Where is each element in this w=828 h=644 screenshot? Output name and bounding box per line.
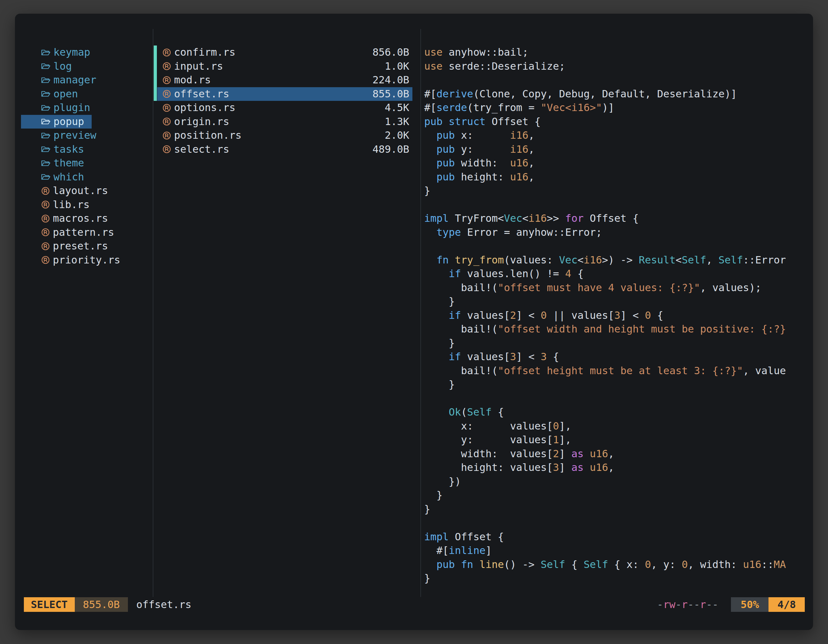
sidebar-item-label: manager (53, 73, 96, 87)
file-row-body: mod.rs224.0B (157, 73, 412, 87)
sidebar-item-manager[interactable]: manager (24, 73, 96, 87)
status-filename: offset.rs (136, 599, 191, 611)
code-token: 3 (510, 351, 516, 363)
permission-char: w (669, 599, 675, 611)
file-size: 1.3K (385, 115, 409, 129)
code-token: x: (455, 129, 510, 141)
status-bar-right: -rw-r--r-- 50% 4/8 (657, 597, 805, 612)
code-token: use (424, 60, 443, 72)
sidebar-item-tasks[interactable]: tasks (24, 143, 84, 157)
code-token: width: values[ (424, 448, 553, 460)
sidebar-item-preset-rs[interactable]: preset.rs (24, 239, 108, 253)
code-token: anyhow::bail; (443, 46, 528, 58)
code-token: , (528, 143, 535, 155)
file-row-mod-rs[interactable]: mod.rs224.0B (154, 73, 412, 87)
code-token: i16 (510, 143, 528, 155)
current-directory-pane: confirm.rs856.0Binput.rs1.0Kmod.rs224.0B… (154, 45, 412, 156)
code-line: pub width: u16, (424, 156, 805, 170)
sidebar-item-layout-rs[interactable]: layout.rs (24, 184, 108, 198)
sidebar-item-plugin[interactable]: plugin (24, 101, 90, 115)
code-token: 0 (645, 309, 651, 321)
code-line: use anyhow::bail; (424, 45, 805, 60)
file-manager-window: keymaplogmanageropenpluginpopuppreviewta… (15, 14, 813, 630)
code-token: Self (541, 558, 565, 570)
code-token: use (424, 46, 443, 58)
file-row-position-rs[interactable]: position.rs2.0K (154, 128, 412, 143)
sidebar-item-pattern-rs[interactable]: pattern.rs (24, 226, 114, 240)
file-name: mod.rs (174, 73, 211, 87)
code-token: { (651, 309, 663, 321)
code-token: >) -> (602, 254, 639, 266)
code-token: pub (437, 157, 455, 169)
code-token: pub struct (424, 116, 486, 128)
code-token: { (565, 558, 583, 570)
sidebar-item-priority-rs[interactable]: priority.rs (24, 253, 120, 267)
sidebar-item-label: priority.rs (53, 253, 120, 267)
code-line: bail!("offset must have 4 values: {:?}",… (424, 281, 805, 295)
permission-char: r (700, 599, 706, 611)
code-line: if values[2] < 0 || values[3] < 0 { (424, 309, 805, 323)
code-token: , (608, 461, 614, 473)
file-size: 2.0K (385, 128, 409, 143)
sidebar-item-label: open (53, 87, 78, 101)
sidebar-item-open[interactable]: open (24, 87, 78, 101)
sidebar-item-keymap[interactable]: keymap (24, 45, 90, 60)
code-token: x: values[ (424, 420, 553, 432)
rust-file-icon (41, 186, 50, 195)
sidebar-item-lib-rs[interactable]: lib.rs (24, 198, 90, 212)
code-token: < (522, 212, 528, 224)
file-row-offset-rs[interactable]: offset.rs855.0B (154, 87, 412, 101)
file-name: input.rs (174, 60, 223, 74)
code-token: || values[ (547, 309, 614, 321)
code-token: } (424, 378, 455, 390)
code-token: ::Error (743, 254, 786, 266)
code-token: { (492, 406, 504, 418)
code-line: } (424, 378, 805, 392)
rust-file-icon (162, 117, 171, 126)
file-preview-pane: use anyhow::bail;use serde::Deserialize;… (424, 45, 805, 586)
code-token: ] < (516, 309, 541, 321)
rust-file-icon (41, 242, 50, 251)
file-size: 856.0B (372, 45, 409, 60)
file-name: select.rs (174, 143, 229, 157)
code-token: Result (639, 254, 676, 266)
sidebar-item-label: lib.rs (53, 198, 90, 212)
code-token: u16 (590, 461, 608, 473)
code-token: 0 (645, 558, 651, 570)
sidebar-item-which[interactable]: which (24, 170, 84, 184)
code-line: x: values[0], (424, 419, 805, 433)
sidebar-item-log[interactable]: log (24, 60, 72, 74)
permission-char: - (706, 599, 712, 611)
scroll-percent-badge: 50% (731, 597, 768, 612)
file-row-options-rs[interactable]: options.rs4.5K (154, 101, 412, 115)
code-token: ] (559, 461, 571, 473)
file-row-input-rs[interactable]: input.rs1.0K (154, 60, 412, 74)
permission-char: r (682, 599, 688, 611)
code-token: bail!( (424, 365, 498, 377)
sidebar-item-popup[interactable]: popup (21, 115, 92, 129)
sidebar-item-macros-rs[interactable]: macros.rs (24, 212, 108, 226)
file-name: offset.rs (174, 87, 229, 101)
code-token: )] (602, 102, 615, 114)
sidebar-item-preview[interactable]: preview (24, 128, 96, 143)
folder-icon (41, 173, 50, 181)
sidebar-item-theme[interactable]: theme (24, 156, 84, 170)
code-token: , values); (700, 282, 762, 294)
code-token: , width: (688, 558, 743, 570)
code-line: bail!("offset height must be at least 3:… (424, 364, 805, 378)
code-token: () -> (504, 558, 541, 570)
code-token: ], (559, 420, 571, 432)
code-token: 3 (614, 309, 620, 321)
file-row-select-rs[interactable]: select.rs489.0B (154, 143, 412, 157)
file-row-confirm-rs[interactable]: confirm.rs856.0B (154, 45, 412, 60)
folder-icon (41, 49, 50, 56)
folder-icon (41, 160, 50, 167)
code-token: Offset { (486, 116, 541, 128)
code-line: } (424, 502, 805, 516)
file-row-origin-rs[interactable]: origin.rs1.3K (154, 115, 412, 129)
code-token: for (565, 212, 583, 224)
code-token: i16 (510, 129, 528, 141)
file-row-body: confirm.rs856.0B (157, 45, 412, 60)
code-token: u16 (510, 157, 528, 169)
code-token: , (528, 171, 535, 183)
